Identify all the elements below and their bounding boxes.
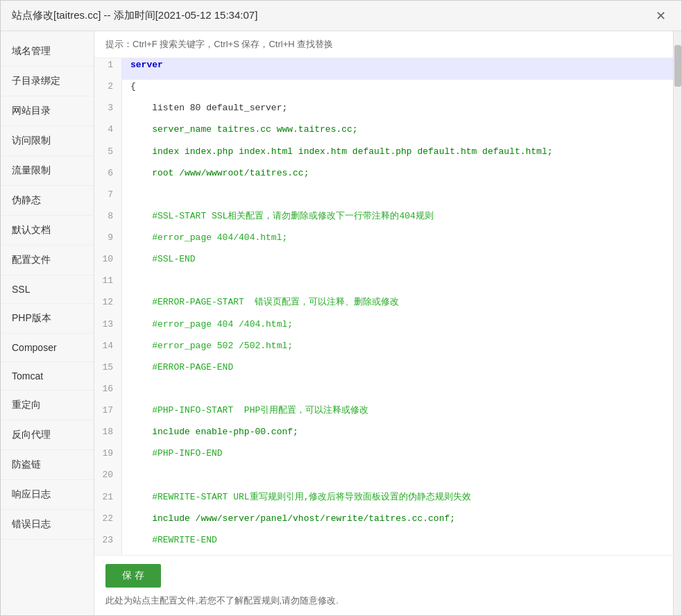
- line-content: #REWRITE-END: [122, 533, 673, 555]
- line-number: 23: [94, 533, 122, 555]
- line-number: 10: [94, 253, 122, 274]
- line-content: include enable-php-00.conf;: [122, 425, 673, 447]
- code-line: 19 #PHP-INFO-END: [94, 447, 673, 468]
- sidebar-item[interactable]: 域名管理: [1, 37, 94, 67]
- scrollbar-track[interactable]: [673, 31, 681, 615]
- line-number: 5: [94, 145, 122, 166]
- line-content: #REWRITE-START URL重写规则引用,修改后将导致面板设置的伪静态规…: [122, 490, 673, 512]
- code-line: 9 #error_page 404/404.html;: [94, 231, 673, 253]
- code-line: 1server: [94, 58, 673, 80]
- hint-text: 提示：Ctrl+F 搜索关键字，Ctrl+S 保存，Ctrl+H 查找替换: [105, 39, 333, 49]
- footer-note: 此处为站点主配置文件,若您不了解配置规则,请勿随意修改.: [105, 594, 662, 607]
- line-number: 12: [94, 296, 122, 317]
- sidebar-item[interactable]: 反向代理: [1, 420, 94, 450]
- line-content: [122, 468, 673, 490]
- dialog-title: 站点修改[taitres.cc] -- 添加时间[2021-05-12 15:3…: [12, 9, 257, 22]
- line-number: 21: [94, 490, 122, 512]
- line-number: 4: [94, 123, 122, 144]
- sidebar-item[interactable]: 访问限制: [1, 126, 94, 156]
- code-line: 22 include /www/server/panel/vhost/rewri…: [94, 512, 673, 533]
- line-content: root /www/wwwroot/taitres.cc;: [122, 166, 673, 188]
- sidebar-item[interactable]: Composer: [1, 334, 94, 362]
- code-editor: 1server2{3 listen 80 default_server;4 se…: [94, 58, 673, 555]
- line-content: #error_page 404/404.html;: [122, 231, 673, 253]
- line-content: {: [122, 80, 673, 101]
- line-content: server: [122, 58, 673, 80]
- line-number: 16: [94, 382, 122, 404]
- line-content: #error_page 502 /502.html;: [122, 339, 673, 361]
- sidebar-item[interactable]: 重定向: [1, 391, 94, 420]
- code-line: 23 #REWRITE-END: [94, 533, 673, 555]
- sidebar-item[interactable]: 响应日志: [1, 480, 94, 510]
- code-line: 18 include enable-php-00.conf;: [94, 425, 673, 447]
- dialog-header: 站点修改[taitres.cc] -- 添加时间[2021-05-12 15:3…: [1, 1, 681, 31]
- line-content: index index.php index.html index.htm def…: [122, 145, 673, 166]
- line-content: [122, 188, 673, 209]
- sidebar-item[interactable]: 流量限制: [1, 156, 94, 186]
- line-content: #SSL-START SSL相关配置，请勿删除或修改下一行带注释的404规则: [122, 209, 673, 231]
- line-content: #error_page 404 /404.html;: [122, 318, 673, 339]
- scrollbar-thumb[interactable]: [674, 45, 681, 87]
- line-number: 11: [94, 274, 122, 296]
- line-content: listen 80 default_server;: [122, 101, 673, 123]
- editor-scroll[interactable]: 1server2{3 listen 80 default_server;4 se…: [94, 58, 673, 555]
- code-line: 4 server_name taitres.cc www.taitres.cc;: [94, 123, 673, 144]
- sidebar-item[interactable]: 网站目录: [1, 96, 94, 126]
- line-number: 14: [94, 339, 122, 361]
- sidebar-item[interactable]: Tomcat: [1, 362, 94, 391]
- sidebar-item[interactable]: SSL: [1, 275, 94, 304]
- sidebar-item[interactable]: 伪静态: [1, 186, 94, 216]
- code-line: 5 index index.php index.html index.htm d…: [94, 145, 673, 166]
- line-number: 15: [94, 361, 122, 382]
- sidebar-item[interactable]: 默认文档: [1, 216, 94, 246]
- sidebar-item[interactable]: 配置文件: [1, 246, 94, 275]
- main-dialog: 站点修改[taitres.cc] -- 添加时间[2021-05-12 15:3…: [0, 0, 682, 616]
- close-button[interactable]: ✕: [651, 8, 670, 24]
- line-content: #ERROR-PAGE-START 错误页配置，可以注释、删除或修改: [122, 296, 673, 317]
- hint-bar: 提示：Ctrl+F 搜索关键字，Ctrl+S 保存，Ctrl+H 查找替换: [94, 31, 673, 58]
- line-number: 9: [94, 231, 122, 253]
- line-content: #PHP-INFO-END: [122, 447, 673, 468]
- code-line: 8 #SSL-START SSL相关配置，请勿删除或修改下一行带注释的404规则: [94, 209, 673, 231]
- code-line: 10 #SSL-END: [94, 253, 673, 274]
- code-line: 3 listen 80 default_server;: [94, 101, 673, 123]
- line-content: server_name taitres.cc www.taitres.cc;: [122, 123, 673, 144]
- line-content: #SSL-END: [122, 253, 673, 274]
- line-number: 18: [94, 425, 122, 447]
- code-line: 11: [94, 274, 673, 296]
- line-number: 13: [94, 318, 122, 339]
- code-line: 12 #ERROR-PAGE-START 错误页配置，可以注释、删除或修改: [94, 296, 673, 317]
- line-content: [122, 274, 673, 296]
- line-content: include /www/server/panel/vhost/rewrite/…: [122, 512, 673, 533]
- line-number: 7: [94, 188, 122, 209]
- code-line: 7: [94, 188, 673, 209]
- line-content: #ERROR-PAGE-END: [122, 361, 673, 382]
- sidebar-item[interactable]: 子目录绑定: [1, 67, 94, 96]
- code-line: 17 #PHP-INFO-START PHP引用配置，可以注释或修改: [94, 404, 673, 425]
- line-number: 6: [94, 166, 122, 188]
- line-number: 20: [94, 468, 122, 490]
- line-number: 19: [94, 447, 122, 468]
- sidebar-item[interactable]: 防盗链: [1, 450, 94, 480]
- line-number: 17: [94, 404, 122, 425]
- line-content: #PHP-INFO-START PHP引用配置，可以注释或修改: [122, 404, 673, 425]
- main-content: 提示：Ctrl+F 搜索关键字，Ctrl+S 保存，Ctrl+H 查找替换 1s…: [94, 31, 673, 615]
- code-line: 20: [94, 468, 673, 490]
- footer-area: 保 存 此处为站点主配置文件,若您不了解配置规则,请勿随意修改.: [94, 555, 673, 615]
- save-button[interactable]: 保 存: [105, 564, 161, 588]
- code-line: 14 #error_page 502 /502.html;: [94, 339, 673, 361]
- code-line: 21 #REWRITE-START URL重写规则引用,修改后将导致面板设置的伪…: [94, 490, 673, 512]
- code-line: 16: [94, 382, 673, 404]
- editor-area[interactable]: 1server2{3 listen 80 default_server;4 se…: [94, 58, 673, 555]
- sidebar-item[interactable]: PHP版本: [1, 304, 94, 334]
- line-number: 3: [94, 101, 122, 123]
- code-line: 15 #ERROR-PAGE-END: [94, 361, 673, 382]
- line-number: 22: [94, 512, 122, 533]
- line-number: 1: [94, 58, 122, 80]
- line-number: 8: [94, 209, 122, 231]
- code-line: 2{: [94, 80, 673, 101]
- sidebar-item[interactable]: 错误日志: [1, 510, 94, 540]
- line-number: 2: [94, 80, 122, 101]
- sidebar: 域名管理子目录绑定网站目录访问限制流量限制伪静态默认文档配置文件SSLPHP版本…: [1, 31, 94, 615]
- dialog-body: 域名管理子目录绑定网站目录访问限制流量限制伪静态默认文档配置文件SSLPHP版本…: [1, 31, 681, 615]
